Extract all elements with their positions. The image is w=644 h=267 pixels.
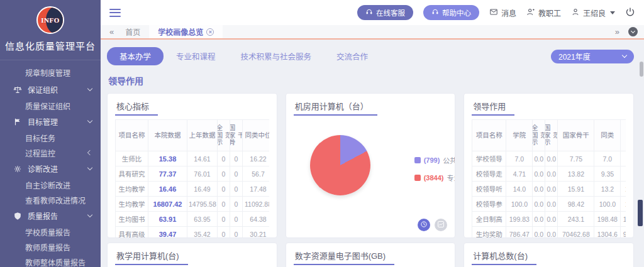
legend-value: (799): [424, 156, 440, 164]
table-cell: 0.0: [533, 227, 545, 239]
column-header: 国家示范: [545, 120, 558, 151]
staff-button[interactable]: 教职工: [526, 8, 561, 18]
table-cell: 0.0: [533, 166, 545, 182]
card-computer-room-pie: 机房用计算机（台） (799) 公共机房 (3844) 专业机房: [286, 93, 456, 238]
sidebar-item-school-quality-report[interactable]: 学校质量报告: [0, 224, 101, 239]
power-button[interactable]: [625, 7, 635, 19]
page-content: 基本办学 专业和课程 技术积累与社会服务 交流合作 2021年度 领导作用 核心…: [101, 41, 644, 267]
table-cell: 77.37: [148, 166, 187, 182]
online-service-button[interactable]: 在线客服: [357, 5, 413, 20]
tab-exchange-cooperation[interactable]: 交流合作: [324, 47, 380, 65]
help-center-button[interactable]: 帮助中心: [423, 5, 479, 20]
tab-home[interactable]: 首页: [116, 25, 149, 38]
chevron-down-icon: [622, 53, 627, 58]
chevron-down-icon: [87, 212, 92, 217]
table-cell: 16807.42: [148, 197, 187, 212]
double-chevron-left-icon[interactable]: «: [107, 28, 116, 36]
double-chevron-right-icon[interactable]: »: [613, 28, 622, 36]
table-cell: 生均奖助: [472, 227, 506, 239]
table-cell: 977.91: [621, 227, 626, 239]
table-cell: 0.0: [545, 182, 558, 197]
table-cell: 15.38: [148, 151, 187, 166]
card-teaching-computers: 教学用计算机(台): [107, 242, 277, 267]
table-cell: 199.83: [506, 212, 533, 227]
table-cell: 具有研究: [116, 166, 148, 182]
year-select-dropdown[interactable]: 2021年度: [551, 50, 634, 63]
online-service-label: 在线客服: [376, 8, 405, 18]
table-row: 生均奖助786.470.00.070462.681304.6977.9112: [472, 227, 626, 239]
table-cell: 17.48: [243, 182, 269, 197]
sidebar-item-teacher-overall-quality-report[interactable]: 教师整体质量报告: [0, 254, 101, 267]
sidebar-item-quality-report[interactable]: 质量报告: [0, 207, 101, 224]
column-header: 同类: [594, 120, 621, 151]
sidebar-item-goal-management[interactable]: 目标管理: [0, 113, 101, 130]
sidebar-item-label: 教师质量报告: [25, 242, 92, 253]
table-row: 校领导听14.00.00.015.9113.213.3312: [472, 182, 626, 197]
table-cell: 70462.68: [558, 227, 594, 239]
card-core-indicators: 核心指标 项目名称本院数据上年数据全国示范国家骨干同类中位省中位数生师比15.3…: [107, 93, 277, 238]
table-cell: 30.21: [243, 227, 269, 239]
sidebar-item-teacher-quality-report[interactable]: 教师质量报告: [0, 239, 101, 254]
tab-tech-social-service[interactable]: 技术积累与社会服务: [228, 47, 325, 65]
user-menu[interactable]: 王绍良: [571, 8, 615, 18]
close-icon[interactable]: [206, 28, 214, 36]
pie-view-toggle-button[interactable]: [418, 219, 430, 231]
sidebar-item-goal-tasks[interactable]: 目标任务: [0, 130, 101, 145]
table-cell: 0.0: [545, 166, 558, 182]
table-cell: 校领导走: [472, 166, 506, 182]
leadership-table: 项目名称学院全国示范国家示范国家骨干同类全省全国学校领导7.00.00.07.7…: [472, 119, 626, 238]
table-cell: 0.0: [533, 151, 545, 166]
hamburger-menu-icon[interactable]: [109, 9, 121, 17]
tab-majors-courses[interactable]: 专业和课程: [164, 47, 228, 65]
table-cell: 0: [230, 166, 243, 182]
app-logo: INFO: [36, 6, 64, 34]
sidebar-item-quality-assurance-org[interactable]: 质量保证组织: [0, 98, 101, 113]
legend-item[interactable]: (799) 公共机房: [414, 155, 456, 165]
line-chart-icon: [437, 221, 445, 230]
legend-label: 专业机房: [447, 173, 455, 183]
table-cell: 16.46: [148, 182, 187, 197]
table-row: 具有研究77.3776.010056.764.9: [116, 166, 269, 182]
sidebar-item-rules[interactable]: 规章制度管理: [0, 64, 101, 81]
messages-button[interactable]: 消息: [489, 8, 516, 18]
card-title: 核心指标: [115, 99, 158, 116]
table-cell: 64.38: [243, 212, 269, 227]
table-cell: 7.0: [506, 151, 533, 166]
sidebar-item-self-diagnosis[interactable]: 自主诊断改进: [0, 177, 101, 192]
sidebar-item-label: 过程监控: [25, 148, 88, 158]
table-cell: 校领导参: [472, 197, 506, 212]
card-title: 数字资源量电子图书(GB): [294, 248, 394, 265]
sidebar-item-assurance-org[interactable]: 保证组织: [0, 81, 101, 98]
table-cell: 0: [218, 212, 230, 227]
table-cell: 16.22: [243, 151, 269, 166]
table-cell: 0: [230, 212, 243, 227]
tab-school-overview[interactable]: 学校画像总览: [149, 25, 223, 38]
vertical-scrollbar-thumb[interactable]: [640, 62, 643, 77]
table-cell: 0.0: [545, 227, 558, 239]
leadership-table-wrap[interactable]: 项目名称学院全国示范国家示范国家骨干同类全省全国学校领导7.00.00.07.7…: [472, 119, 626, 238]
table-row: 全日制高199.830.00.0243.1198.48193.6719: [472, 212, 626, 227]
chevron-left-icon: [87, 150, 92, 155]
table-row: 生均教学16.4616.490017.4816.9: [116, 182, 269, 197]
table-cell: 0: [218, 197, 230, 212]
legend-item[interactable]: (3844) 专业机房: [414, 173, 456, 183]
table-cell: 7.0: [594, 151, 621, 166]
table-cell: 15.91: [558, 182, 594, 197]
staff-label: 教职工: [538, 8, 561, 18]
tab-options-button[interactable]: [628, 27, 638, 36]
shield-icon: [13, 211, 23, 221]
table-cell: 243.1: [558, 212, 594, 227]
line-chart-view-button[interactable]: [435, 219, 447, 231]
floating-edge-widget[interactable]: [638, 200, 643, 226]
core-indicators-table-wrap[interactable]: 项目名称本院数据上年数据全国示范国家骨干同类中位省中位数生师比15.3814.6…: [115, 119, 269, 238]
sidebar-item-label: 目标任务: [25, 133, 92, 143]
table-cell: 具有高级: [116, 227, 148, 239]
sidebar-item-teacher-improvement[interactable]: 查看教师改进情况: [0, 192, 101, 207]
sidebar-menu: 规章制度管理 保证组织 质量保证组织 目标管理 目标任务 过程监控 诊断改进: [0, 60, 101, 267]
table-cell: 0.0: [533, 197, 545, 212]
year-select-value: 2021年度: [558, 51, 591, 62]
sidebar-item-process-monitor[interactable]: 过程监控: [0, 145, 101, 160]
pie-chart[interactable]: [310, 135, 370, 195]
tab-basic-schooling[interactable]: 基本办学: [107, 47, 164, 65]
sidebar-item-diagnosis-improve[interactable]: 诊断改进: [0, 160, 101, 177]
